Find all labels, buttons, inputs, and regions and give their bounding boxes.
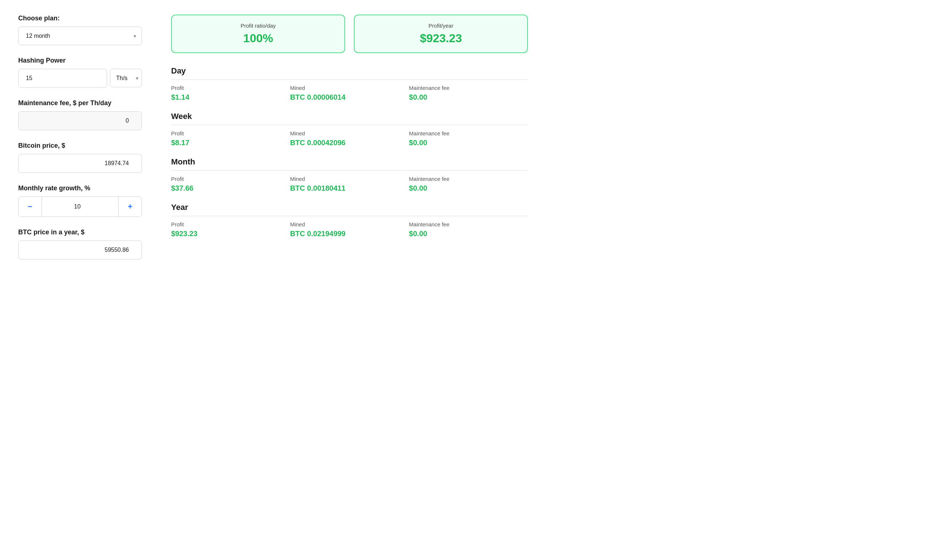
fee-label: Maintenance fee [409,176,528,182]
mined-label: Mined [290,221,409,228]
period-stats-year: Profit $923.23 Mined BTC 0.02194999 Main… [171,221,528,238]
stat-fee-year: Maintenance fee $0.00 [409,221,528,238]
period-section-week: Week Profit $8.17 Mined BTC 0.00042096 M… [171,112,528,147]
profit-label: Profit [171,130,290,137]
mined-value: BTC 0.02194999 [290,229,409,238]
maintenance-fee-group: Maintenance fee, $ per Th/day [18,99,142,130]
bitcoin-price-input[interactable] [18,154,142,173]
maintenance-fee-label: Maintenance fee, $ per Th/day [18,99,142,107]
monthly-rate-stepper: − + [18,197,142,217]
profit-value: $37.66 [171,184,290,192]
fee-label: Maintenance fee [409,221,528,228]
stat-mined-week: Mined BTC 0.00042096 [290,130,409,147]
summary-cards: Profit ratio/day 100% Profit/year $923.2… [171,15,528,53]
periods-container: Day Profit $1.14 Mined BTC 0.00006014 Ma… [171,66,528,238]
profit-label: Profit [171,221,290,228]
fee-value: $0.00 [409,93,528,102]
fee-label: Maintenance fee [409,130,528,137]
stat-fee-week: Maintenance fee $0.00 [409,130,528,147]
profit-value: $8.17 [171,138,290,147]
profit-ratio-label: Profit ratio/day [180,23,336,29]
profit-ratio-card: Profit ratio/day 100% [171,15,345,53]
period-title-week: Week [171,112,528,125]
period-section-month: Month Profit $37.66 Mined BTC 0.00180411… [171,157,528,192]
profit-label: Profit [171,85,290,91]
fee-value: $0.00 [409,229,528,238]
choose-plan-group: Choose plan: 12 month 6 month 3 month 1 … [18,15,142,45]
period-stats-month: Profit $37.66 Mined BTC 0.00180411 Maint… [171,176,528,192]
period-title-month: Month [171,157,528,171]
profit-label: Profit [171,176,290,182]
fee-value: $0.00 [409,138,528,147]
right-panel: Profit ratio/day 100% Profit/year $923.2… [171,15,528,271]
mined-value: BTC 0.00006014 [290,93,409,102]
unit-select[interactable]: Th/s Ph/s Gh/s [110,69,142,87]
bitcoin-price-label: Bitcoin price, $ [18,142,142,149]
left-panel: Choose plan: 12 month 6 month 3 month 1 … [18,15,142,271]
monthly-rate-group: Monthly rate growth, % − + [18,185,142,217]
monthly-rate-label: Monthly rate growth, % [18,185,142,192]
period-stats-week: Profit $8.17 Mined BTC 0.00042096 Mainte… [171,130,528,147]
profit-year-card: Profit/year $923.23 [354,15,528,53]
mined-label: Mined [290,85,409,91]
stat-profit-year: Profit $923.23 [171,221,290,238]
maintenance-fee-input[interactable] [18,111,142,130]
mined-label: Mined [290,176,409,182]
profit-year-value: $923.23 [363,32,518,45]
profit-value: $1.14 [171,93,290,102]
stat-profit-week: Profit $8.17 [171,130,290,147]
mined-value: BTC 0.00180411 [290,184,409,192]
stat-mined-year: Mined BTC 0.02194999 [290,221,409,238]
stat-mined-day: Mined BTC 0.00006014 [290,85,409,102]
profit-ratio-value: 100% [180,32,336,45]
mined-label: Mined [290,130,409,137]
monthly-rate-input[interactable] [42,197,118,217]
period-title-year: Year [171,203,528,216]
mined-value: BTC 0.00042096 [290,138,409,147]
main-layout: Choose plan: 12 month 6 month 3 month 1 … [18,15,528,271]
profit-value: $923.23 [171,229,290,238]
unit-select-wrapper: Th/s Ph/s Gh/s ▾ [110,69,142,88]
stat-fee-day: Maintenance fee $0.00 [409,85,528,102]
hashing-row: Th/s Ph/s Gh/s ▾ [18,69,142,88]
bitcoin-price-group: Bitcoin price, $ [18,142,142,173]
plan-select-wrapper: 12 month 6 month 3 month 1 month ▾ [18,26,142,45]
fee-value: $0.00 [409,184,528,192]
stat-fee-month: Maintenance fee $0.00 [409,176,528,192]
period-section-day: Day Profit $1.14 Mined BTC 0.00006014 Ma… [171,66,528,102]
period-title-day: Day [171,66,528,80]
hashing-power-input[interactable] [18,69,107,88]
period-stats-day: Profit $1.14 Mined BTC 0.00006014 Mainte… [171,85,528,102]
period-section-year: Year Profit $923.23 Mined BTC 0.02194999… [171,203,528,238]
fee-label: Maintenance fee [409,85,528,91]
btc-price-year-label: BTC price in a year, $ [18,229,142,236]
stat-profit-day: Profit $1.14 [171,85,290,102]
hashing-power-label: Hashing Power [18,57,142,65]
stat-mined-month: Mined BTC 0.00180411 [290,176,409,192]
hashing-power-group: Hashing Power Th/s Ph/s Gh/s ▾ [18,57,142,88]
plan-select[interactable]: 12 month 6 month 3 month 1 month [18,26,142,45]
choose-plan-label: Choose plan: [18,15,142,22]
monthly-rate-decrease-button[interactable]: − [19,197,42,217]
btc-price-year-group: BTC price in a year, $ [18,229,142,260]
profit-year-label: Profit/year [363,23,518,29]
monthly-rate-increase-button[interactable]: + [118,197,142,217]
btc-price-year-input[interactable] [18,240,142,260]
stat-profit-month: Profit $37.66 [171,176,290,192]
